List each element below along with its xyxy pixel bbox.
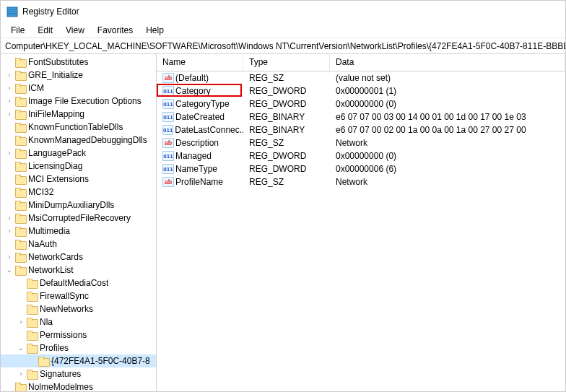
tree-item[interactable]: NolmeModelmes (1, 380, 156, 391)
tree-item[interactable]: ›MsiCorruptedFileRecovery (1, 212, 156, 225)
chevron-right-icon[interactable]: › (5, 97, 14, 105)
chevron-right-icon[interactable]: › (5, 110, 14, 118)
value-name: DateLastConnec... (175, 125, 243, 135)
svg-rect-1 (7, 11, 17, 14)
tree-item-label: NewNetworks (40, 304, 93, 314)
binary-value-icon: 011 (162, 99, 174, 109)
tree-item[interactable]: NaAuth (1, 238, 156, 251)
tree-item[interactable]: ›IniFileMapping (1, 108, 156, 121)
tree-item[interactable]: ›Image File Execution Options (1, 95, 156, 108)
tree-view[interactable]: FontSubstitutes›GRE_Initialize›ICM›Image… (1, 54, 157, 391)
string-value-icon: ab (162, 73, 174, 83)
value-name-cell: 011DateCreated (157, 112, 243, 122)
value-row[interactable]: 011CategoryREG_DWORD0x00000001 (1) (157, 84, 565, 97)
folder-icon (15, 175, 25, 183)
tree-item[interactable]: MiniDumpAuxiliaryDlls (1, 199, 156, 212)
chevron-right-icon[interactable]: › (17, 318, 25, 326)
value-type: REG_DWORD (243, 99, 330, 109)
value-name: NameType (175, 164, 217, 174)
tree-item[interactable]: ›Nla (1, 315, 156, 328)
chevron-right-icon[interactable]: › (5, 253, 14, 261)
expand-spacer (5, 188, 14, 196)
value-row[interactable]: abProfileNameREG_SZNetwork (157, 175, 565, 188)
column-type[interactable]: Type (243, 54, 330, 71)
tree-item[interactable]: FontSubstitutes (1, 56, 156, 69)
menu-file[interactable]: File (5, 24, 30, 37)
chevron-right-icon[interactable]: › (5, 84, 14, 92)
value-row[interactable]: 011CategoryTypeREG_DWORD0x00000000 (0) (157, 97, 565, 110)
tree-item[interactable]: MCI Extensions (1, 173, 156, 186)
value-row[interactable]: abDescriptionREG_SZNetwork (157, 136, 565, 149)
binary-value-icon: 011 (162, 164, 174, 174)
folder-icon (27, 344, 37, 352)
address-bar[interactable]: Computer\HKEY_LOCAL_MACHINE\SOFTWARE\Mic… (1, 38, 565, 54)
value-name: CategoryType (175, 99, 230, 109)
tree-item[interactable]: MCI32 (1, 186, 156, 199)
chevron-right-icon[interactable]: › (5, 214, 14, 222)
tree-item[interactable]: ›Signatures (1, 367, 156, 380)
value-row[interactable]: 011DateLastConnec...REG_BINARYe6 07 07 0… (157, 123, 565, 136)
tree-item[interactable]: ⌄Profiles (1, 341, 156, 354)
value-data: 0x00000000 (0) (330, 99, 565, 109)
value-type: REG_DWORD (243, 164, 330, 174)
folder-icon (15, 136, 25, 144)
tree-item[interactable]: KnownManagedDebuggingDlls (1, 134, 156, 147)
value-row[interactable]: 011DateCreatedREG_BINARYe6 07 07 00 03 0… (157, 110, 565, 123)
list-view[interactable]: Name Type Data ab(Default)REG_SZ(value n… (157, 54, 565, 391)
value-data: 0x00000006 (6) (330, 164, 565, 174)
column-data[interactable]: Data (330, 54, 565, 71)
chevron-right-icon[interactable]: › (17, 370, 25, 378)
folder-icon (15, 123, 25, 131)
string-value-icon: ab (162, 177, 174, 187)
value-name: DateCreated (175, 112, 225, 122)
expand-spacer (5, 162, 14, 170)
window-title: Registry Editor (22, 6, 79, 17)
expand-spacer (5, 175, 14, 183)
chevron-down-icon[interactable]: ⌄ (5, 266, 14, 274)
tree-item[interactable]: ⌄NetworkList (1, 263, 156, 276)
value-name-cell: ab(Default) (157, 73, 243, 83)
value-name-cell: abDescription (157, 138, 243, 148)
value-row[interactable]: 011NameTypeREG_DWORD0x00000006 (6) (157, 162, 565, 175)
tree-item[interactable]: Permissions (1, 328, 156, 341)
tree-item-label: GRE_Initialize (28, 70, 83, 80)
tree-item[interactable]: ›GRE_Initialize (1, 69, 156, 82)
tree-item[interactable]: ›ICM (1, 82, 156, 95)
tree-item-label: KnownFunctionTableDlls (28, 122, 123, 132)
expand-spacer (28, 357, 37, 365)
folder-icon (15, 71, 25, 79)
menu-help[interactable]: Help (140, 24, 170, 37)
chevron-down-icon[interactable]: ⌄ (17, 344, 25, 352)
tree-item[interactable]: DefaultMediaCost (1, 276, 156, 289)
address-path: Computer\HKEY_LOCAL_MACHINE\SOFTWARE\Mic… (5, 41, 565, 51)
chevron-right-icon[interactable]: › (5, 71, 14, 79)
tree-item[interactable]: KnownFunctionTableDlls (1, 121, 156, 134)
tree-item[interactable]: LicensingDiag (1, 160, 156, 173)
value-row[interactable]: ab(Default)REG_SZ(value not set) (157, 71, 565, 84)
value-row[interactable]: 011ManagedREG_DWORD0x00000000 (0) (157, 149, 565, 162)
content-area: FontSubstitutes›GRE_Initialize›ICM›Image… (1, 54, 565, 391)
tree-item-label: Multimedia (28, 226, 70, 236)
column-name[interactable]: Name (157, 54, 243, 71)
chevron-right-icon[interactable]: › (5, 149, 14, 157)
tree-item[interactable]: FirewallSync (1, 289, 156, 302)
expand-spacer (17, 292, 25, 300)
tree-item-label: NolmeModelmes (28, 382, 93, 391)
chevron-right-icon[interactable]: › (5, 227, 14, 235)
tree-item[interactable]: ›Multimedia (1, 225, 156, 238)
value-type: REG_DWORD (243, 151, 330, 161)
list-header: Name Type Data (157, 54, 565, 71)
value-data: 0x00000000 (0) (330, 151, 565, 161)
menu-view[interactable]: View (60, 24, 90, 37)
menu-favorites[interactable]: Favorites (92, 24, 139, 37)
menu-edit[interactable]: Edit (32, 24, 58, 37)
binary-value-icon: 011 (162, 112, 174, 122)
tree-item[interactable]: {472FE4A1-5F0C-40B7-8 (1, 354, 156, 367)
tree-item[interactable]: NewNetworks (1, 302, 156, 315)
tree-item-label: KnownManagedDebuggingDlls (28, 135, 147, 145)
value-name: ProfileName (175, 177, 223, 187)
tree-item-label: LicensingDiag (28, 161, 82, 171)
value-data: Network (330, 177, 565, 187)
tree-item[interactable]: ›NetworkCards (1, 251, 156, 263)
tree-item[interactable]: ›LanguagePack (1, 147, 156, 160)
